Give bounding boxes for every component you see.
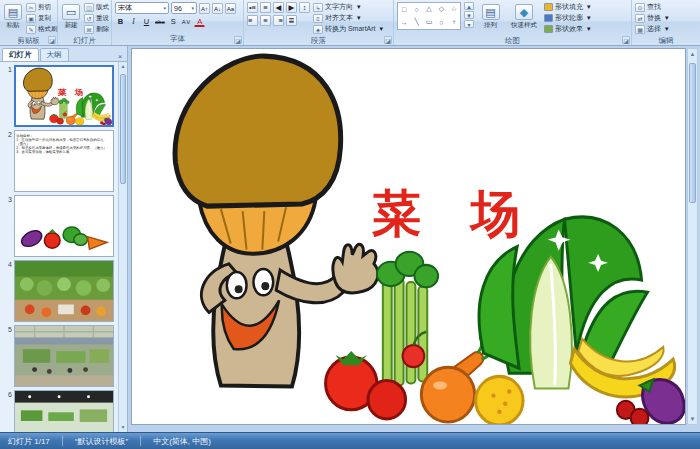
cut-button[interactable]: ✂ 剪切 xyxy=(26,2,58,12)
slide-canvas[interactable] xyxy=(131,48,686,425)
select-button[interactable]: ▦ 选择 ▾ xyxy=(635,24,671,34)
clear-formatting-button[interactable]: Aa xyxy=(225,3,236,14)
shapes-gallery[interactable]: □ ○ △ ◇ ☆ → ╲ ▭ ○ ＋ xyxy=(397,2,461,30)
oval-shape-icon[interactable]: ○ xyxy=(439,19,443,26)
text-shadow-button[interactable]: S xyxy=(168,16,179,27)
slide-indicator: 幻灯片 1/17 xyxy=(8,436,50,447)
increase-indent-button[interactable]: ▶ xyxy=(286,2,297,13)
delete-slide-button[interactable]: ⊠ 删除 xyxy=(84,24,109,34)
thumbnail-list: 1 2 活动目标： 1、在活动中进一步认识各种蔬菜，知道它们有各自的特点。（重点… xyxy=(0,62,127,432)
thumbnail-canvas[interactable] xyxy=(14,195,114,257)
new-slide-button[interactable]: ▭ 新建 xyxy=(61,2,81,31)
ribbon-group-drawing: □ ○ △ ◇ ☆ → ╲ ▭ ○ ＋ ▲ ▼ ▾ ▤ xyxy=(394,0,632,45)
bullets-button[interactable]: •≡ xyxy=(247,2,258,13)
quick-styles-button[interactable]: ◆ 快速样式 xyxy=(507,2,541,31)
character-spacing-button[interactable]: AV xyxy=(181,16,193,27)
line-shape-icon[interactable]: ╲ xyxy=(414,18,418,26)
slide-number: 4 xyxy=(0,260,14,322)
scrollbar-thumb[interactable] xyxy=(689,63,696,203)
diamond-shape-icon[interactable]: ◇ xyxy=(439,5,444,13)
rectangle-shape-icon[interactable]: □ xyxy=(402,6,406,13)
thumbnail-canvas[interactable] xyxy=(14,390,114,432)
shape-effects-button[interactable]: 形状效果 ▾ xyxy=(544,24,593,34)
align-center-button[interactable]: ≡ xyxy=(260,15,271,26)
select-icon: ▦ xyxy=(635,25,645,34)
slide-thumbnail-6[interactable]: 6 xyxy=(0,390,117,432)
scrollbar-thumb[interactable] xyxy=(120,74,126,184)
circle-shape-icon[interactable]: ○ xyxy=(414,6,418,13)
scroll-up-icon[interactable]: ▲ xyxy=(688,49,697,59)
strikethrough-button[interactable]: abc xyxy=(154,16,166,27)
thumbnail-canvas[interactable] xyxy=(14,65,114,127)
ribbon-group-font: 宋体 ▾ 96 ▾ A↑ A↓ Aa B I U xyxy=(112,0,244,45)
line-spacing-button[interactable]: ↕ xyxy=(299,2,310,13)
slide-thumbnail-1[interactable]: 1 xyxy=(0,65,117,127)
convert-to-smartart-button[interactable]: ◈ 转换为 SmartArt ▾ xyxy=(313,24,385,34)
reset-icon: ↺ xyxy=(84,14,94,23)
find-button[interactable]: ⊙ 查找 xyxy=(635,2,671,12)
slide-thumbnail-3[interactable]: 3 xyxy=(0,195,117,257)
delete-icon: ⊠ xyxy=(84,25,94,34)
arrange-icon: ▤ xyxy=(482,4,500,20)
align-left-button[interactable]: ≡ xyxy=(247,15,258,26)
triangle-shape-icon[interactable]: △ xyxy=(426,5,431,13)
smartart-icon: ◈ xyxy=(313,25,323,34)
thumbnail-canvas[interactable] xyxy=(14,260,114,322)
font-name-combobox[interactable]: 宋体 ▾ xyxy=(115,2,169,14)
shape-effects-icon xyxy=(544,25,553,33)
font-dialog-launcher-icon[interactable]: ◪ xyxy=(234,36,242,44)
language-indicator[interactable]: 中文(简体, 中国) xyxy=(153,436,211,447)
cartoon-vegetables-image xyxy=(15,196,113,256)
arrange-button[interactable]: ▤ 排列 xyxy=(477,2,504,31)
slide-thumbnail-5[interactable]: 5 xyxy=(0,325,117,387)
scroll-down-icon[interactable]: ▼ xyxy=(119,423,127,432)
format-painter-button[interactable]: ✎ 格式刷 xyxy=(26,24,58,34)
slide-number: 5 xyxy=(0,325,14,387)
align-text-button[interactable]: ≡ 对齐文本 ▾ xyxy=(313,13,385,23)
justify-button[interactable]: ≣ xyxy=(286,15,297,26)
font-color-button[interactable]: A xyxy=(194,16,205,27)
rounded-rect-shape-icon[interactable]: ▭ xyxy=(426,18,433,26)
scroll-up-icon[interactable]: ▲ xyxy=(119,62,127,71)
arrow-shape-icon[interactable]: → xyxy=(401,19,408,26)
grow-font-button[interactable]: A↑ xyxy=(199,3,210,14)
plus-shape-icon[interactable]: ＋ xyxy=(450,17,457,27)
thumbnail-canvas[interactable]: 活动目标： 1、在活动中进一步认识各种蔬菜，知道它们有各自的特点。（重点） 2、… xyxy=(14,130,114,192)
close-icon[interactable]: × xyxy=(115,52,125,61)
align-right-button[interactable]: ≡ xyxy=(273,15,284,26)
numbering-button[interactable]: ≡ xyxy=(260,2,271,13)
shape-outline-button[interactable]: 形状轮廓 ▾ xyxy=(544,13,593,23)
tab-outline[interactable]: 大纲 xyxy=(40,48,69,61)
scroll-down-icon[interactable]: ▼ xyxy=(688,414,697,424)
chevron-down-icon: ▾ xyxy=(191,5,194,11)
group-label-drawing: 绘图 xyxy=(394,36,631,46)
bold-button[interactable]: B xyxy=(115,16,126,27)
tab-slides[interactable]: 幻灯片 xyxy=(2,48,39,61)
paste-button[interactable]: ▤ 粘贴 xyxy=(3,2,23,31)
drawing-dialog-launcher-icon[interactable]: ◪ xyxy=(622,36,630,44)
gallery-scroll-down-icon[interactable]: ▼ xyxy=(464,11,474,19)
gallery-more-icon[interactable]: ▾ xyxy=(464,20,474,28)
slide-thumbnail-4[interactable]: 4 xyxy=(0,260,117,322)
copy-button[interactable]: ▣ 复制 xyxy=(26,13,58,23)
slide-thumbnail-2[interactable]: 2 活动目标： 1、在活动中进一步认识各种蔬菜，知道它们有各自的特点。（重点） … xyxy=(0,130,117,192)
shape-fill-button[interactable]: 形状填充 ▾ xyxy=(544,2,593,12)
replace-button[interactable]: ⇄ 替换 ▾ xyxy=(635,13,671,23)
gallery-scroll-up-icon[interactable]: ▲ xyxy=(464,2,474,10)
layout-button[interactable]: ◫ 版式 xyxy=(84,2,109,12)
shrink-font-button[interactable]: A↓ xyxy=(212,3,223,14)
ribbon-group-slides: ▭ 新建 ◫ 版式 ↺ 重设 ⊠ 删除 幻灯片 xyxy=(58,0,112,45)
clipboard-dialog-launcher-icon[interactable]: ◪ xyxy=(48,36,56,44)
thumbnail-canvas[interactable] xyxy=(14,325,114,387)
italic-button[interactable]: I xyxy=(128,16,139,27)
paragraph-dialog-launcher-icon[interactable]: ◪ xyxy=(384,36,392,44)
ribbon-group-editing: ⊙ 查找 ⇄ 替换 ▾ ▦ 选择 ▾ 编辑 xyxy=(632,0,700,45)
text-direction-button[interactable]: ↳ 文字方向 ▾ xyxy=(313,2,385,12)
vertical-scrollbar[interactable]: ▲ ▼ xyxy=(687,48,698,425)
reset-button[interactable]: ↺ 重设 xyxy=(84,13,109,23)
underline-button[interactable]: U xyxy=(141,16,152,27)
sidebar-scrollbar[interactable]: ▲ ▼ xyxy=(118,62,127,432)
decrease-indent-button[interactable]: ◀ xyxy=(273,2,284,13)
star-shape-icon[interactable]: ☆ xyxy=(451,5,457,13)
font-size-combobox[interactable]: 96 ▾ xyxy=(171,2,197,14)
